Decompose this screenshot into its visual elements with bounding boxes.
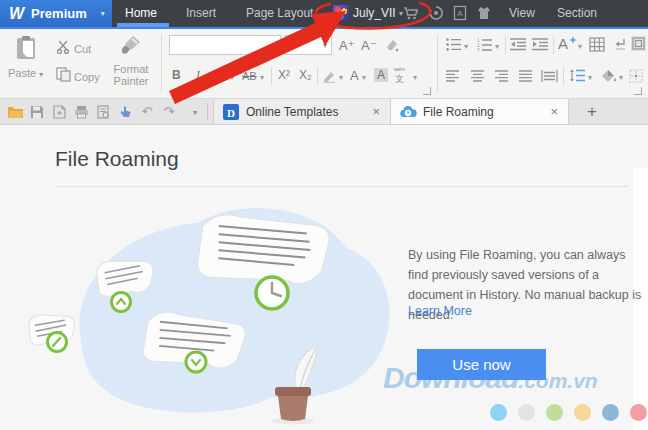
highlight-pen-icon[interactable]	[322, 69, 337, 83]
close-icon[interactable]: ×	[362, 104, 390, 119]
char-shading-button[interactable]: A	[374, 68, 388, 82]
bold-button[interactable]: B	[172, 68, 181, 82]
use-now-button[interactable]: Use now	[417, 349, 546, 380]
user-avatar[interactable]	[333, 5, 349, 21]
chevron-down-icon[interactable]: ▾	[260, 73, 264, 82]
redo-icon[interactable]: ↷	[160, 103, 178, 121]
qat-dropdown-icon[interactable]: ▾	[186, 103, 204, 121]
cut-button[interactable]: Cut	[56, 40, 91, 58]
dot	[574, 404, 591, 421]
tab-insert[interactable]: Insert	[180, 0, 222, 27]
export-pdf-icon[interactable]	[50, 103, 68, 121]
chevron-down-icon: ▾	[272, 41, 276, 50]
soft-return-icon[interactable]	[613, 37, 627, 51]
paintbrush-icon	[119, 34, 143, 62]
align-justify-icon[interactable]	[518, 70, 533, 82]
dot	[546, 404, 563, 421]
app-menu-label: Premium	[31, 6, 87, 21]
grow-font-button[interactable]: A⁺	[339, 38, 355, 53]
chevron-down-icon[interactable]: ▾	[413, 73, 417, 82]
app-menu-button[interactable]: W Premium ▾	[0, 0, 112, 27]
chevron-down-icon: ▾	[39, 70, 43, 79]
paragraph-layout-icon[interactable]	[631, 36, 646, 51]
font-color-button[interactable]: A	[350, 68, 359, 83]
font-name-select[interactable]: ▾	[169, 35, 281, 55]
print-icon[interactable]	[72, 103, 90, 121]
paste-label: Paste	[8, 67, 36, 79]
title-bar: W Premium ▾ Home Insert Page Layout July…	[0, 0, 648, 27]
borders-icon[interactable]	[629, 69, 643, 83]
paste-button[interactable]: Paste ▾	[8, 35, 43, 79]
chevron-down-icon[interactable]: ▾	[495, 42, 499, 51]
svg-text:3: 3	[477, 48, 480, 52]
phonetic-guide-button[interactable]: wén 文	[394, 66, 405, 84]
mini-divider	[505, 36, 506, 54]
decrease-indent-icon[interactable]	[510, 38, 527, 51]
clipboard-icon	[15, 35, 37, 65]
chevron-down-icon[interactable]: ▾	[339, 73, 343, 82]
select-hand-icon[interactable]	[116, 103, 134, 121]
clear-format-icon[interactable]	[384, 37, 400, 53]
watermark-dots	[490, 404, 647, 421]
store-cart-icon[interactable]	[403, 5, 421, 22]
subscript-button[interactable]: X₂	[299, 68, 312, 82]
open-folder-icon[interactable]	[6, 103, 24, 121]
chevron-down-icon[interactable]: ▾	[619, 73, 623, 82]
save-icon[interactable]	[28, 103, 46, 121]
dot	[602, 404, 619, 421]
learn-more-link[interactable]: Learn More	[408, 304, 472, 318]
format-painter-button[interactable]: Format Painter	[106, 34, 156, 87]
chevron-down-icon: ▾	[101, 9, 105, 18]
copy-button[interactable]: Copy	[56, 67, 100, 86]
italic-button[interactable]: I	[196, 68, 200, 83]
undo-icon[interactable]: ↶	[138, 103, 156, 121]
bullet-list-icon[interactable]	[446, 38, 462, 51]
skin-shirt-icon[interactable]	[476, 5, 494, 22]
increase-indent-icon[interactable]	[532, 38, 549, 51]
new-tab-button[interactable]: +	[577, 99, 607, 124]
chevron-down-icon[interactable]: ▾	[588, 73, 592, 82]
svg-text:D: D	[227, 106, 235, 118]
document-tab-file-roaming[interactable]: File Roaming ×	[391, 99, 569, 124]
align-center-icon[interactable]	[470, 70, 485, 82]
align-right-icon[interactable]	[494, 70, 509, 82]
strikethrough-button[interactable]: AB	[242, 70, 257, 82]
superscript-button[interactable]: X²	[278, 68, 290, 82]
font-dialog-launcher[interactable]	[423, 87, 431, 95]
chevron-down-icon[interactable]: ▾	[578, 42, 582, 51]
user-name-label: July_VII	[353, 6, 396, 20]
tab-label: File Roaming	[423, 105, 494, 119]
docer-circle-icon[interactable]	[428, 5, 446, 22]
insert-table-icon[interactable]	[589, 37, 605, 52]
mini-divider	[317, 67, 318, 85]
user-account-button[interactable]: July_VII ▾	[353, 0, 403, 27]
mini-divider	[563, 67, 564, 85]
group-divider	[161, 34, 162, 92]
font-size-select[interactable]: ▾	[285, 35, 332, 55]
shrink-font-button[interactable]: A⁻	[361, 38, 377, 53]
dot	[630, 404, 647, 421]
text-effects-button[interactable]: A	[558, 35, 577, 52]
numbered-list-icon[interactable]: 123	[477, 38, 493, 51]
scissors-icon	[56, 40, 71, 58]
underline-button[interactable]: U	[217, 68, 226, 82]
file-roaming-illustration	[0, 190, 410, 430]
chevron-down-icon[interactable]: ▾	[362, 73, 366, 82]
chevron-down-icon: ▾	[323, 41, 327, 50]
close-icon[interactable]: ×	[540, 104, 568, 119]
distribute-text-icon[interactable]	[541, 70, 558, 82]
tab-section[interactable]: Section	[551, 0, 603, 27]
mini-divider	[271, 67, 272, 85]
toolbar-separator	[207, 103, 208, 120]
paragraph-dialog-launcher[interactable]	[634, 87, 642, 95]
line-spacing-icon[interactable]	[569, 69, 585, 82]
shading-bucket-icon[interactable]	[601, 69, 617, 83]
print-preview-icon[interactable]	[94, 103, 112, 121]
tab-page-layout[interactable]: Page Layout	[240, 0, 319, 27]
tab-view[interactable]: View	[503, 0, 541, 27]
chevron-down-icon[interactable]: ▾	[464, 42, 468, 51]
word-document-icon[interactable]: A	[452, 5, 470, 22]
align-left-icon[interactable]	[446, 70, 461, 82]
chevron-down-icon[interactable]: ▾	[230, 73, 234, 82]
document-tab-online-templates[interactable]: D Online Templates ×	[213, 99, 391, 124]
